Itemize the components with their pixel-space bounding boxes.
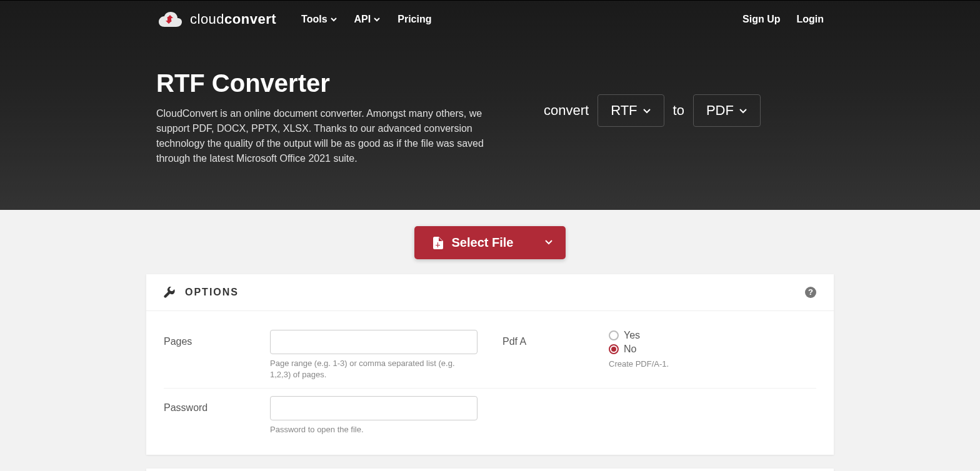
nav-login[interactable]: Login [796,14,824,25]
select-file-dropdown[interactable] [532,228,566,258]
hero: RTF Converter CloudConvert is an online … [146,38,834,166]
radio-checked-icon [609,344,619,354]
nav-api-label: API [354,14,371,25]
to-format-value: PDF [706,102,734,119]
nav-login-label: Login [796,14,824,25]
nav-tools[interactable]: Tools [301,14,336,25]
pdfa-no-label: No [624,344,636,355]
cloud-logo-icon [156,9,182,29]
pdfa-yes-label: Yes [624,330,640,341]
options-header: OPTIONS ? [146,274,834,311]
nav-items-right: Sign Up Login [742,14,824,25]
options-row-1: Pages Page range (e.g. 1-3) or comma sep… [164,322,816,389]
options-body: Pages Page range (e.g. 1-3) or comma sep… [146,311,834,455]
pdfa-help: Create PDF/A-1. [609,359,816,370]
option-empty [502,396,816,435]
file-add-icon [433,237,443,249]
help-icon[interactable]: ? [805,287,816,298]
password-help: Password to open the file. [270,424,478,435]
chevron-down-icon [642,106,651,115]
select-file-container: Select File [0,226,980,259]
logo-text: cloudconvert [190,11,276,27]
chevron-down-icon [544,237,553,246]
password-input[interactable] [270,396,478,420]
nav-pricing-label: Pricing [398,14,431,25]
pages-input[interactable] [270,330,478,354]
chevron-down-icon [374,16,380,22]
chevron-down-icon [331,16,337,22]
option-password: Password Password to open the file. [164,396,478,435]
option-pdfa: Pdf A Yes No Create PDF/A-1. [502,330,816,380]
options-row-2: Password Password to open the file. [164,389,816,443]
main-nav: cloudconvert Tools API Pricing Sign Up L… [146,1,834,38]
chevron-down-icon [739,106,748,115]
from-format-button[interactable]: RTF [598,94,664,127]
nav-pricing[interactable]: Pricing [398,14,431,25]
nav-tools-label: Tools [301,14,327,25]
next-card-peek [146,469,834,471]
convert-label: convert [544,102,589,119]
pdfa-no-radio[interactable]: No [609,344,816,355]
page-description: CloudConvert is an online document conve… [156,106,506,166]
pdfa-radio-group: Yes No [609,330,816,355]
logo-text-part2: convert [224,11,276,27]
wrench-icon [164,287,175,298]
from-format-value: RTF [611,102,637,119]
to-format-button[interactable]: PDF [693,94,761,127]
options-card: OPTIONS ? Pages Page range (e.g. 1-3) or… [146,274,834,455]
hero-text: RTF Converter CloudConvert is an online … [156,69,506,166]
logo-text-part1: cloud [190,11,224,27]
password-label: Password [164,396,258,414]
pdfa-yes-radio[interactable]: Yes [609,330,816,341]
nav-signup-label: Sign Up [742,14,780,25]
pdfa-label: Pdf A [502,330,596,347]
nav-items-left: Tools API Pricing [301,14,431,25]
pages-help: Page range (e.g. 1-3) or comma separated… [270,358,478,380]
select-file-button[interactable]: Select File [414,226,566,259]
option-pages: Pages Page range (e.g. 1-3) or comma sep… [164,330,478,380]
radio-icon [609,330,619,340]
nav-signup[interactable]: Sign Up [742,14,780,25]
page-title: RTF Converter [156,69,506,97]
dark-hero-section: cloudconvert Tools API Pricing Sign Up L… [0,1,980,210]
select-file-main[interactable]: Select File [414,226,532,259]
options-title: OPTIONS [185,287,239,298]
select-file-label: Select File [452,236,514,250]
pages-label: Pages [164,330,258,347]
to-label: to [673,102,684,119]
logo[interactable]: cloudconvert [156,9,276,29]
convert-panel: convert RTF to PDF [544,94,761,127]
nav-api[interactable]: API [354,14,381,25]
